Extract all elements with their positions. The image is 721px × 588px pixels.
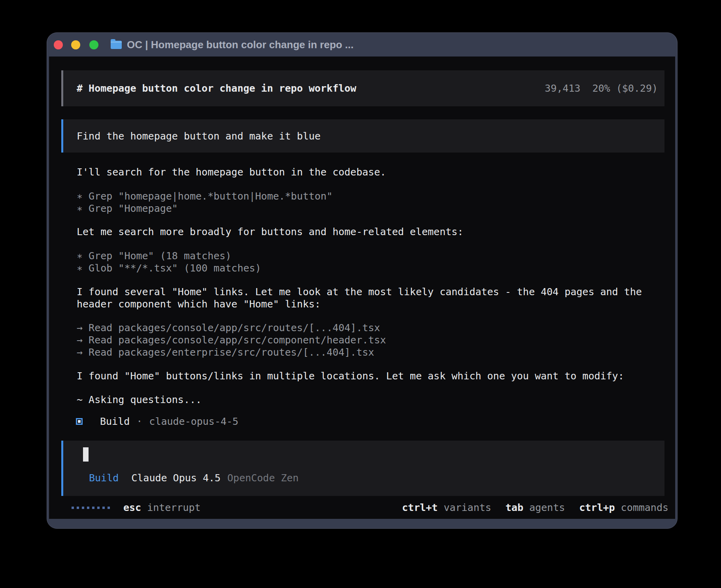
shortcut-key: ctrl+p bbox=[579, 501, 615, 514]
shortcut-label: commands bbox=[621, 501, 668, 514]
assistant-text: I found several "Home" links. Let me loo… bbox=[77, 286, 642, 298]
close-window-button[interactable] bbox=[54, 40, 63, 49]
shortcut-key: ctrl+t bbox=[402, 501, 438, 514]
user-message: Find the homepage button and make it blu… bbox=[61, 119, 664, 153]
tool-call-grep: ∗ Grep "homepage|home.*button|Home.*butt… bbox=[77, 190, 332, 202]
agent-status-row: Build · claude-opus-4-5 bbox=[76, 415, 238, 428]
folder-icon bbox=[111, 41, 122, 49]
tool-call-read: → Read packages/console/app/src/routes/[… bbox=[77, 322, 380, 334]
agent-separator: · bbox=[136, 415, 142, 428]
esc-action-label: interrupt bbox=[147, 501, 200, 514]
session-title: # Homepage button color change in repo w… bbox=[77, 82, 356, 94]
activity-spinner-icon bbox=[72, 507, 110, 509]
tool-call-read: → Read packages/enterprise/src/routes/[.… bbox=[77, 346, 374, 358]
assistant-text: header component which have "Home" links… bbox=[77, 298, 321, 310]
session-stats: 39,41320% ($0.29) bbox=[533, 82, 658, 94]
assistant-text: Let me search more broadly for buttons a… bbox=[77, 226, 463, 238]
prompt-input[interactable]: Build Claude Opus 4.5 OpenCode Zen bbox=[61, 441, 664, 496]
shortcut-label: agents bbox=[529, 501, 565, 514]
terminal-window: OC | Homepage button color change in rep… bbox=[47, 32, 678, 529]
assistant-text: I found "Home" buttons/links in multiple… bbox=[77, 370, 624, 382]
assistant-text: I'll search for the homepage button in t… bbox=[77, 166, 386, 178]
input-agent-mode[interactable]: Build bbox=[89, 472, 119, 484]
agent-model: claude-opus-4-5 bbox=[149, 415, 238, 428]
text-cursor bbox=[83, 447, 89, 462]
tool-call-grep: ∗ Grep "Home" (18 matches) bbox=[77, 250, 231, 262]
tool-call-read: → Read packages/console/app/src/componen… bbox=[77, 334, 386, 346]
minimize-window-button[interactable] bbox=[71, 40, 80, 49]
window-title: OC | Homepage button color change in rep… bbox=[127, 39, 354, 51]
working-status-text: ~ Asking questions... bbox=[77, 394, 202, 406]
session-cost: ($0.29) bbox=[616, 83, 658, 94]
shortcut-label: variants bbox=[444, 501, 491, 514]
shortcut-commands[interactable]: ctrl+p commands bbox=[579, 501, 668, 514]
shortcut-key: tab bbox=[506, 501, 523, 514]
esc-key-hint[interactable]: esc bbox=[123, 501, 141, 514]
status-bar: esc interrupt ctrl+t variants tab agents… bbox=[72, 501, 668, 514]
shortcut-variants[interactable]: ctrl+t variants bbox=[402, 501, 491, 514]
context-percent: 20% bbox=[592, 83, 610, 94]
session-header: # Homepage button color change in repo w… bbox=[61, 70, 664, 106]
terminal-content: # Homepage button color change in repo w… bbox=[49, 57, 675, 519]
tool-call-grep: ∗ Grep "Homepage" bbox=[77, 202, 178, 215]
shortcut-hints: ctrl+t variants tab agents ctrl+p comman… bbox=[402, 501, 668, 514]
user-message-text: Find the homepage button and make it blu… bbox=[77, 130, 321, 142]
shortcut-agents[interactable]: tab agents bbox=[506, 501, 565, 514]
input-model-name[interactable]: Claude Opus 4.5 bbox=[131, 472, 221, 484]
titlebar[interactable]: OC | Homepage button color change in rep… bbox=[47, 33, 677, 57]
agent-build-icon bbox=[76, 418, 83, 425]
tool-call-glob: ∗ Glob "**/*.tsx" (100 matches) bbox=[77, 262, 261, 274]
agent-name: Build bbox=[100, 415, 130, 428]
zoom-window-button[interactable] bbox=[89, 40, 98, 49]
input-provider-name: OpenCode Zen bbox=[227, 472, 299, 484]
token-count: 39,413 bbox=[545, 83, 580, 94]
